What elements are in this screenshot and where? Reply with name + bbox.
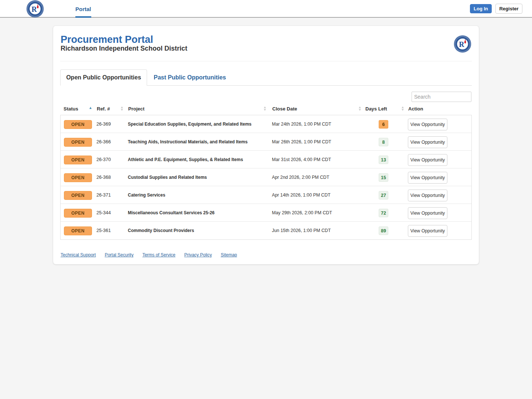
svg-text:R: R (459, 40, 464, 48)
svg-text:R: R (31, 5, 37, 13)
